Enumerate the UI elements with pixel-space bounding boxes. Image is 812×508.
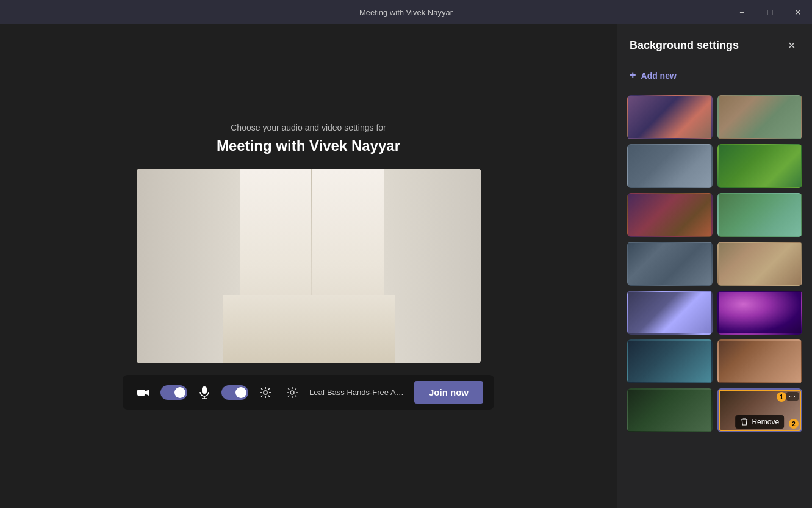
background-thumb-2[interactable] bbox=[717, 95, 803, 139]
titlebar: Meeting with Vivek Nayyar − □ ✕ bbox=[0, 0, 812, 24]
badge-2: 2 bbox=[789, 419, 799, 429]
background-thumb-10[interactable] bbox=[717, 291, 803, 335]
join-button[interactable]: Join now bbox=[414, 381, 483, 404]
maximize-button[interactable]: □ bbox=[756, 0, 784, 24]
meeting-subtitle: Choose your audio and video settings for bbox=[217, 123, 400, 132]
background-thumb-4[interactable] bbox=[717, 144, 803, 188]
svg-rect-1 bbox=[202, 386, 207, 394]
bg-panel-close-button[interactable]: ✕ bbox=[783, 37, 800, 54]
left-panel: Choose your audio and video settings for… bbox=[0, 24, 617, 508]
svg-point-5 bbox=[290, 391, 294, 394]
background-thumb-14[interactable]: ··· 1 Remove 2 bbox=[717, 388, 803, 432]
add-new-button[interactable]: + Add new bbox=[617, 60, 812, 90]
video-preview bbox=[137, 169, 481, 363]
svg-point-4 bbox=[264, 391, 267, 394]
background-thumb-11[interactable] bbox=[627, 339, 713, 383]
audio-device-label: Leaf Bass Hands-Free AG Au... bbox=[309, 388, 407, 397]
background-thumb-1[interactable] bbox=[627, 95, 713, 139]
meeting-title: Meeting with Vivek Nayyar bbox=[217, 137, 400, 154]
bg-panel-title: Background settings bbox=[630, 39, 739, 52]
audio-toggle[interactable] bbox=[221, 385, 248, 400]
titlebar-controls: − □ ✕ bbox=[728, 0, 812, 24]
close-button[interactable]: ✕ bbox=[784, 0, 812, 24]
remove-overlay: Remove bbox=[735, 415, 784, 429]
meeting-header: Choose your audio and video settings for… bbox=[217, 123, 400, 154]
minimize-button[interactable]: − bbox=[728, 0, 756, 24]
background-thumb-9[interactable] bbox=[627, 291, 713, 335]
effects-icon[interactable] bbox=[256, 383, 275, 402]
background-thumb-3[interactable] bbox=[627, 144, 713, 188]
more-options-icon[interactable]: ··· bbox=[786, 392, 799, 401]
svg-rect-0 bbox=[137, 390, 145, 396]
add-new-label: Add new bbox=[641, 71, 677, 81]
background-thumb-7[interactable] bbox=[627, 242, 713, 286]
main-layout: Choose your audio and video settings for… bbox=[0, 24, 812, 508]
badge-1: 1 bbox=[777, 392, 786, 402]
bg-panel-header: Background settings ✕ bbox=[617, 24, 812, 60]
background-grid: ··· 1 Remove 2 bbox=[617, 90, 812, 508]
mic-icon[interactable] bbox=[195, 383, 214, 402]
background-thumb-5[interactable] bbox=[627, 193, 713, 237]
add-icon: + bbox=[630, 69, 636, 82]
camera-icon[interactable] bbox=[134, 383, 153, 402]
background-thumb-13[interactable] bbox=[627, 388, 713, 432]
background-thumb-8[interactable] bbox=[717, 242, 803, 286]
controls-bar: Leaf Bass Hands-Free AG Au... Join now bbox=[123, 375, 494, 410]
titlebar-title: Meeting with Vivek Nayyar bbox=[359, 8, 453, 17]
background-thumb-6[interactable] bbox=[717, 193, 803, 237]
remove-label: Remove bbox=[752, 418, 779, 426]
background-settings-panel: Background settings ✕ + Add new bbox=[617, 24, 812, 508]
camera-toggle[interactable] bbox=[160, 385, 187, 400]
settings-icon[interactable] bbox=[282, 383, 302, 402]
video-background bbox=[137, 169, 481, 363]
background-thumb-12[interactable] bbox=[717, 339, 803, 383]
